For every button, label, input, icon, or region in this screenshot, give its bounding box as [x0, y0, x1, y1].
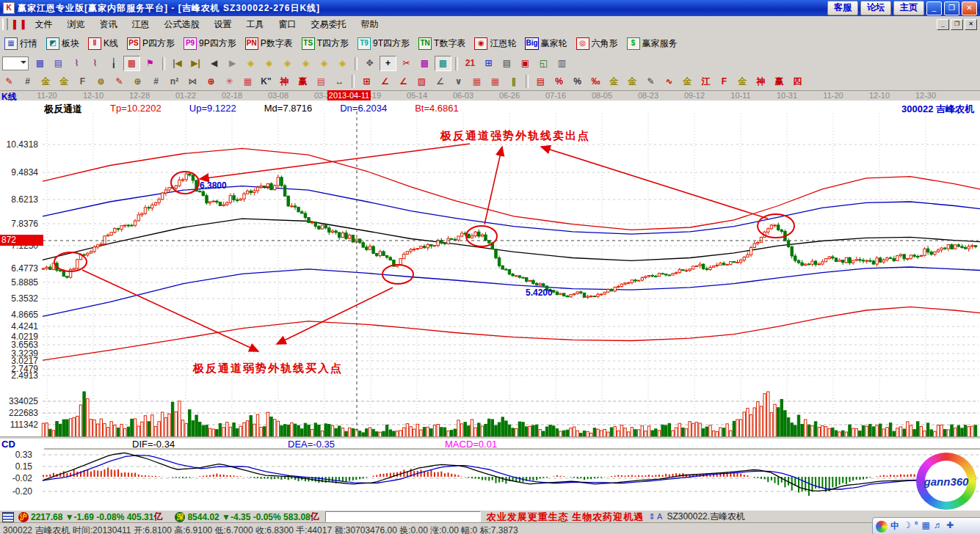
- zoom-left-icon[interactable]: ◈: [242, 56, 259, 71]
- next-icon[interactable]: ▶: [224, 56, 241, 71]
- menu-2[interactable]: 资讯: [92, 17, 125, 32]
- width-icon[interactable]: ↔: [331, 74, 348, 89]
- zone-icon[interactable]: ▩: [123, 56, 140, 71]
- mirror-icon[interactable]: ⋈: [184, 74, 201, 89]
- big-grid-icon[interactable]: ▦: [468, 74, 485, 89]
- gold-circle-icon[interactable]: 金: [606, 74, 623, 89]
- zoom-v-icon[interactable]: ◈: [297, 56, 314, 71]
- gold-grid-icon[interactable]: 金: [37, 74, 54, 89]
- hand-icon[interactable]: ✥: [361, 56, 378, 71]
- t-square-button[interactable]: TS T四方形: [297, 36, 353, 51]
- angle-lines-icon[interactable]: ∠: [432, 74, 449, 89]
- si-angle-icon[interactable]: 四: [789, 74, 806, 89]
- p-square-button[interactable]: PS P四方形: [123, 36, 179, 51]
- wave-box-icon[interactable]: ∿: [661, 74, 678, 89]
- menu-0[interactable]: 文件: [28, 17, 60, 32]
- flag-icon[interactable]: ⚑: [142, 56, 159, 71]
- f-angle-icon[interactable]: F: [716, 74, 733, 89]
- web-export-icon[interactable]: ◱: [535, 56, 552, 71]
- menu-4[interactable]: 公式选股: [157, 17, 207, 32]
- zoom-h-icon[interactable]: ◈: [279, 56, 296, 71]
- percent-icon[interactable]: %: [569, 74, 586, 89]
- candlestick-chart[interactable]: [0, 100, 980, 436]
- maximize-icon[interactable]: ❐: [944, 1, 959, 15]
- quotes-button[interactable]: ▦ 行情: [0, 36, 42, 51]
- stock-code-input[interactable]: [325, 511, 481, 522]
- ime-icon-1[interactable]: ☽: [903, 520, 911, 533]
- close-icon[interactable]: ✕: [962, 1, 977, 15]
- child-restore-icon[interactable]: ❐: [951, 19, 963, 30]
- ime-icon-4[interactable]: ♬: [934, 520, 943, 533]
- jiang-angle-icon[interactable]: 江: [697, 74, 714, 89]
- prev-icon[interactable]: ◀: [206, 56, 222, 71]
- mask-icon[interactable]: ▩: [416, 56, 433, 71]
- period-combo[interactable]: [2, 56, 29, 70]
- forum-button[interactable]: 论坛: [860, 1, 891, 15]
- f-ruler-icon[interactable]: F: [74, 74, 91, 89]
- gann-wheel-button[interactable]: ◉ 江恩轮: [470, 36, 520, 51]
- kline-button[interactable]: ‖ K线: [84, 36, 123, 51]
- pct-box-icon[interactable]: %: [551, 74, 567, 89]
- ime-icon-2[interactable]: °: [915, 520, 918, 533]
- shen-angle-icon[interactable]: 神: [752, 74, 769, 89]
- pattern-icon[interactable]: ▩: [32, 56, 48, 71]
- child-minimize-icon[interactable]: _: [937, 19, 949, 30]
- winner-wheel-button[interactable]: Big 赢家轮: [520, 36, 571, 51]
- win-tool-icon[interactable]: 赢: [294, 74, 311, 89]
- ime-logo-icon[interactable]: [876, 521, 888, 533]
- pencil-icon[interactable]: ✎: [1, 74, 18, 89]
- shen-tool-icon[interactable]: 神: [276, 74, 293, 89]
- grid-tool-icon[interactable]: #: [19, 74, 36, 89]
- news-ticker[interactable]: 农业发展更重生态 生物农药迎机遇: [487, 511, 645, 524]
- ime-icon-0[interactable]: 中: [890, 520, 899, 533]
- box-tool-icon[interactable]: ⊞: [358, 74, 375, 89]
- fan-box-icon[interactable]: ▨: [413, 74, 430, 89]
- pencil2-icon[interactable]: ✎: [111, 74, 128, 89]
- candle-type-icon[interactable]: ╽: [105, 56, 122, 71]
- notepad-icon[interactable]: ▤: [498, 56, 515, 71]
- hatch-icon[interactable]: #: [148, 74, 164, 89]
- scissors-icon[interactable]: ✂: [398, 56, 415, 71]
- target-icon[interactable]: ⊕: [203, 74, 219, 89]
- gridnet-icon[interactable]: ▦: [239, 74, 256, 89]
- gold-grid2-icon[interactable]: 金: [56, 74, 73, 89]
- homepage-button[interactable]: 主页: [893, 1, 924, 15]
- ime-toolbar[interactable]: 中☽°▦♬✚: [872, 517, 980, 534]
- note-icon[interactable]: ▤: [50, 56, 67, 71]
- candle-pencil-icon[interactable]: ✎: [642, 74, 659, 89]
- circle-cross-icon[interactable]: ⊕: [129, 74, 146, 89]
- k9-chart-icon[interactable]: ⌇: [87, 56, 104, 71]
- print-icon[interactable]: ▥: [553, 56, 570, 71]
- ime-icon-3[interactable]: ▦: [922, 520, 930, 533]
- p-table-button[interactable]: PN P数字表: [241, 36, 297, 51]
- slashes-icon[interactable]: ∥: [505, 74, 522, 89]
- hexagon-button[interactable]: ◎ 六角形: [572, 36, 623, 51]
- ruler123-icon[interactable]: ▤: [313, 74, 330, 89]
- menu-6[interactable]: 工具: [239, 17, 272, 32]
- menu-7[interactable]: 窗口: [272, 17, 304, 32]
- k3-chart-icon[interactable]: ⌇: [68, 56, 85, 71]
- starburst-icon[interactable]: ✳: [221, 74, 238, 89]
- calculator-icon[interactable]: ⊞: [480, 56, 497, 71]
- teal-pattern-icon[interactable]: ▩: [435, 56, 451, 71]
- menu-1[interactable]: 浏览: [60, 17, 92, 32]
- v-lines-icon[interactable]: ∨: [450, 74, 467, 89]
- minimize-icon[interactable]: _: [926, 1, 942, 15]
- kk-icon[interactable]: K": [258, 74, 275, 89]
- fan-grid-icon[interactable]: ∠: [395, 74, 412, 89]
- zoom-hv-icon[interactable]: ◈: [316, 56, 333, 71]
- t9-square-button[interactable]: T9 9T四方形: [353, 36, 414, 51]
- gold-angle-icon[interactable]: 金: [734, 74, 751, 89]
- sectors-button[interactable]: ◩ 板块: [42, 36, 84, 51]
- first-page-icon[interactable]: |◀: [169, 56, 186, 71]
- small-grid-icon[interactable]: ▦: [487, 74, 504, 89]
- gold-box-icon[interactable]: 金: [679, 74, 696, 89]
- spiral-icon[interactable]: ⊚: [92, 74, 109, 89]
- support-button[interactable]: 客服: [827, 1, 858, 15]
- win-angle-icon[interactable]: 赢: [771, 74, 788, 89]
- menu-9[interactable]: 帮助: [354, 17, 386, 32]
- quote-grid-icon[interactable]: [2, 512, 14, 522]
- font-size-icons[interactable]: ⇕ A: [648, 512, 662, 522]
- calendar-icon[interactable]: 21: [462, 56, 479, 71]
- t-table-button[interactable]: TN T数字表: [414, 36, 470, 51]
